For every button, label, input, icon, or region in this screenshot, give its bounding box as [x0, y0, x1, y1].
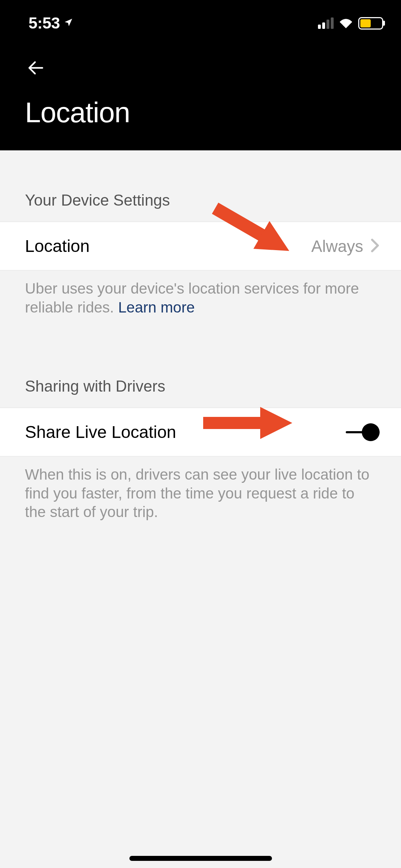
location-description: Uber uses your device's location service… [0, 270, 401, 356]
arrow-left-icon [26, 58, 46, 78]
back-button[interactable] [25, 57, 46, 78]
home-indicator[interactable] [129, 856, 272, 861]
status-right [318, 16, 383, 30]
share-description: When this is on, drivers can see your li… [0, 456, 401, 532]
learn-more-link[interactable]: Learn more [118, 299, 195, 316]
battery-icon [358, 17, 383, 30]
status-bar: 5:53 [0, 0, 401, 46]
section-header-sharing: Sharing with Drivers [0, 356, 401, 408]
status-left: 5:53 [29, 14, 73, 32]
share-live-location-toggle[interactable] [346, 423, 380, 441]
share-live-location-label: Share Live Location [25, 422, 176, 442]
location-row-label: Location [25, 236, 89, 256]
toggle-knob [362, 423, 380, 441]
section-header-device: Your Device Settings [0, 150, 401, 222]
cellular-signal-icon [318, 17, 334, 29]
location-services-icon [63, 17, 73, 29]
chevron-right-icon [370, 238, 380, 254]
location-row[interactable]: Location Always [0, 222, 401, 270]
status-time: 5:53 [29, 14, 60, 32]
wifi-icon [338, 16, 354, 30]
page-title: Location [25, 96, 376, 129]
location-row-value: Always [311, 237, 363, 256]
location-row-right: Always [311, 237, 380, 256]
share-live-location-row[interactable]: Share Live Location [0, 408, 401, 456]
header: Location [0, 46, 401, 150]
